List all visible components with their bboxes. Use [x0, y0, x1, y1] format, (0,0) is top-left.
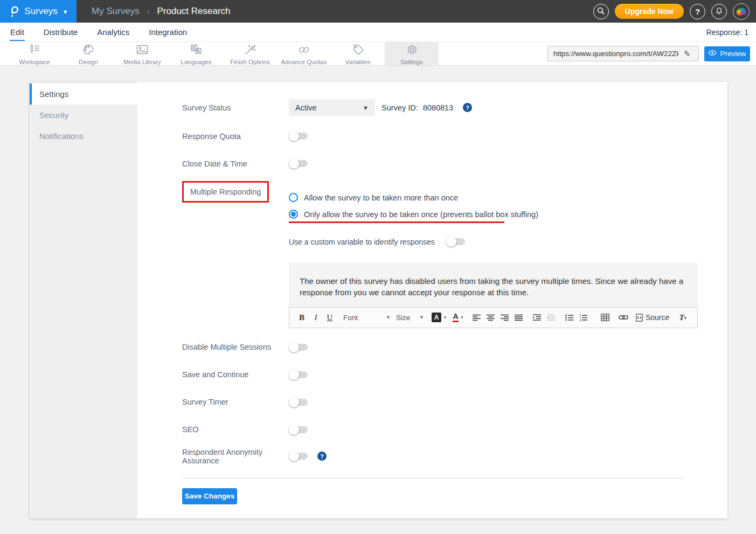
size-dropdown[interactable]: Size▼ — [396, 310, 424, 324]
survey-status-row: Survey Status Active ▼ Survey ID: 808081… — [182, 99, 727, 116]
survey-id-value: 8080813 — [423, 103, 453, 112]
response-count[interactable]: Response: 1 — [706, 28, 748, 37]
bullet-list-icon[interactable] — [563, 310, 577, 324]
product-name: Surveys — [24, 6, 57, 17]
numbered-list-icon[interactable]: 12 — [577, 310, 591, 324]
search-icon — [597, 6, 605, 17]
question-mark-icon: ? — [695, 7, 700, 16]
tab-analytics[interactable]: Analytics — [96, 23, 130, 41]
sidebar-item-settings[interactable]: Settings — [30, 84, 137, 105]
save-and-continue-row: Save and Continue — [182, 370, 727, 380]
toolbar-item-languages[interactable]: Languages — [169, 42, 223, 65]
survey-url-group: https://www.questionpro.com/t/AW22ZklqV … — [547, 42, 756, 65]
editor-message[interactable]: The owner of this survey has disabled us… — [289, 262, 698, 307]
respondent-anonymity-label: Respondent Anonymity Assurance — [182, 448, 289, 465]
survey-url-input[interactable]: https://www.questionpro.com/t/AW22ZklqV … — [547, 46, 699, 61]
justify-icon[interactable] — [512, 310, 526, 324]
edit-url-pencil-icon[interactable]: ✎ — [678, 49, 696, 59]
editor-toolbar: B I U Font▼ Size▼ A▼ A▼ 12 — [289, 307, 698, 328]
breadcrumb-my-surveys[interactable]: My Surveys — [92, 6, 140, 17]
radio-option-once[interactable]: Only allow the survey to be taken once (… — [289, 210, 538, 219]
respondent-anonymity-help-icon[interactable]: ? — [317, 452, 327, 461]
questionpro-logo-icon — [8, 5, 19, 18]
text-color-button[interactable]: A▼ — [452, 310, 466, 324]
toolbar-item-design[interactable]: Design — [61, 42, 115, 65]
insert-link-icon[interactable] — [616, 310, 630, 324]
align-center-icon[interactable] — [484, 310, 498, 324]
toolbar-item-workspace[interactable]: Workspace — [8, 42, 61, 65]
toolbar-item-advance-quotas[interactable]: Advance Quotas — [277, 42, 331, 65]
sidebar-item-notifications[interactable]: Notifications — [30, 126, 137, 147]
multiple-responding-row: Multiple Responding Allow the survey to … — [182, 187, 727, 223]
help-button[interactable]: ? — [690, 4, 705, 19]
tab-integration[interactable]: Integration — [148, 23, 188, 41]
align-left-icon[interactable] — [470, 310, 484, 324]
workspace-icon — [27, 44, 41, 58]
radio-unselected-icon[interactable] — [289, 193, 298, 202]
header-actions: Upgrade Now ? — [593, 3, 750, 20]
edit-toolbar: Workspace Design Media Library Languages… — [0, 42, 756, 66]
survey-status-help-icon[interactable]: ? — [463, 103, 472, 112]
radio-option-multiple[interactable]: Allow the survey to be taken more than o… — [289, 193, 538, 202]
toolbar-item-variables[interactable]: Variables — [331, 42, 385, 65]
toolbar-item-settings[interactable]: Settings — [385, 42, 439, 65]
close-date-toggle[interactable] — [289, 158, 308, 169]
survey-id-label: Survey ID: — [382, 103, 418, 112]
underline-button[interactable]: U — [323, 310, 337, 324]
source-button[interactable]: Source — [636, 313, 669, 322]
upgrade-now-button[interactable]: Upgrade Now — [615, 4, 684, 19]
already-taken-message-editor: The owner of this survey has disabled us… — [289, 262, 698, 328]
save-changes-button[interactable]: Save Changes — [182, 488, 237, 504]
seo-toggle[interactable] — [289, 425, 308, 435]
close-date-row: Close Date & Time — [182, 158, 727, 169]
chevron-down-icon: ▼ — [419, 315, 424, 320]
decrease-indent-icon[interactable] — [544, 310, 558, 324]
insert-table-icon[interactable] — [598, 310, 612, 324]
section-nav: Edit Distribute Analytics Integration Re… — [0, 23, 756, 42]
bell-icon — [715, 6, 723, 17]
survey-status-label: Survey Status — [182, 103, 289, 112]
response-quota-toggle[interactable] — [289, 131, 308, 141]
response-quota-label: Response Quota — [182, 132, 289, 141]
toolbar-item-finish-options[interactable]: Finish Options — [223, 42, 277, 65]
preview-button[interactable]: Preview — [704, 46, 750, 61]
search-button[interactable] — [593, 4, 609, 19]
top-header: Surveys ▼ My Surveys › Product Research … — [0, 0, 756, 23]
settings-content: Survey Status Active ▼ Survey ID: 808081… — [137, 82, 727, 518]
svg-text:1: 1 — [579, 314, 581, 317]
survey-timer-toggle[interactable] — [289, 397, 308, 407]
surveys-product-menu[interactable]: Surveys ▼ — [0, 0, 77, 23]
font-dropdown[interactable]: Font▼ — [343, 310, 391, 324]
breadcrumb-separator-icon: › — [147, 7, 150, 16]
radio-selected-icon[interactable] — [289, 210, 298, 219]
user-avatar[interactable] — [733, 3, 750, 20]
close-date-label: Close Date & Time — [182, 159, 289, 168]
custom-variable-toggle[interactable] — [446, 237, 465, 247]
finish-options-icon — [244, 44, 256, 58]
survey-status-value: Active — [295, 103, 317, 112]
remove-format-button[interactable]: Tx — [676, 310, 690, 324]
breadcrumb-current-survey: Product Research — [157, 6, 230, 17]
background-color-button[interactable]: A▼ — [432, 310, 447, 324]
survey-url-value: https://www.questionpro.com/t/AW22ZklqV — [553, 50, 678, 58]
respondent-anonymity-toggle[interactable] — [289, 451, 308, 461]
notifications-button[interactable] — [711, 4, 727, 19]
bold-button[interactable]: B — [295, 310, 309, 324]
advance-quotas-icon — [297, 44, 311, 58]
eye-icon — [708, 50, 717, 58]
disable-multiple-sessions-label: Disable Multiple Sessions — [182, 343, 289, 351]
languages-icon — [189, 44, 203, 58]
response-quota-row: Response Quota — [182, 131, 727, 141]
multiple-responding-options: Allow the survey to be taken more than o… — [289, 193, 538, 223]
save-and-continue-toggle[interactable] — [289, 370, 308, 380]
survey-status-select[interactable]: Active ▼ — [289, 99, 375, 116]
toolbar-item-media-library[interactable]: Media Library — [115, 42, 169, 65]
tab-edit[interactable]: Edit — [10, 23, 25, 41]
align-right-icon[interactable] — [498, 310, 512, 324]
tab-distribute[interactable]: Distribute — [43, 23, 78, 41]
increase-indent-icon[interactable] — [530, 310, 544, 324]
sidebar-item-security[interactable]: Security — [30, 105, 137, 126]
design-icon — [82, 44, 95, 58]
disable-multiple-sessions-toggle[interactable] — [289, 342, 308, 352]
italic-button[interactable]: I — [309, 310, 323, 324]
